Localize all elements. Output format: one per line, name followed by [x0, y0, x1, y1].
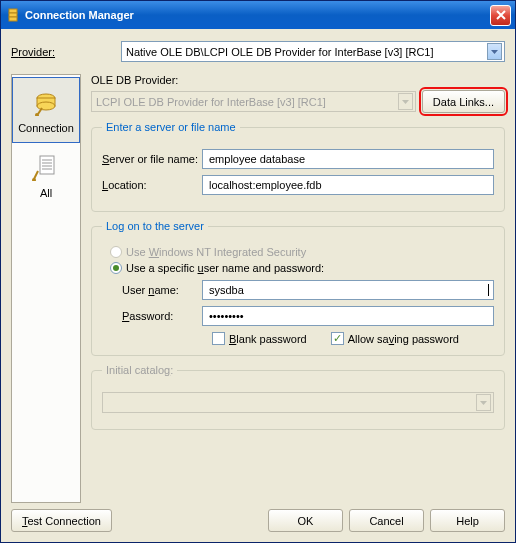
connection-icon	[30, 86, 62, 118]
specific-user-radio[interactable]: Use a specific user name and password:	[110, 262, 494, 274]
ok-button[interactable]: OK	[268, 509, 343, 532]
username-input[interactable]	[202, 280, 494, 300]
main-area: Connection All OLE DB Provider: LCPI OLE…	[11, 74, 505, 503]
side-tabs: Connection All	[11, 74, 81, 503]
server-filename-input[interactable]	[202, 149, 494, 169]
content-area: Provider: Native OLE DB\LCPI OLE DB Prov…	[1, 29, 515, 542]
ole-provider-label: OLE DB Provider:	[91, 74, 505, 86]
help-button[interactable]: Help	[430, 509, 505, 532]
catalog-fieldset: Initial catalog:	[91, 364, 505, 430]
logon-fieldset: Log on to the server Use Windows NT Inte…	[91, 220, 505, 356]
provider-dropdown[interactable]: Native OLE DB\LCPI OLE DB Provider for I…	[121, 41, 505, 62]
nt-security-label: Use Windows NT Integrated Security	[126, 246, 306, 258]
cancel-button[interactable]: Cancel	[349, 509, 424, 532]
allow-saving-label: Allow saving password	[348, 333, 459, 345]
svg-point-8	[32, 178, 36, 181]
svg-rect-1	[9, 13, 17, 17]
svg-rect-2	[9, 17, 17, 21]
window-title: Connection Manager	[25, 9, 490, 21]
all-icon	[30, 151, 62, 183]
server-filename-label: Server or file name:	[102, 153, 202, 165]
allow-saving-checkbox[interactable]: ✓ Allow saving password	[331, 332, 459, 345]
provider-row: Provider: Native OLE DB\LCPI OLE DB Prov…	[11, 41, 505, 62]
password-label: Password:	[122, 310, 202, 322]
catalog-legend: Initial catalog:	[102, 364, 177, 376]
tab-connection[interactable]: Connection	[12, 77, 80, 143]
tab-connection-label: Connection	[18, 122, 74, 134]
blank-password-label: Blank password	[229, 333, 307, 345]
chevron-down-icon	[398, 93, 413, 110]
ole-provider-value: LCPI OLE DB Provider for InterBase [v3] …	[96, 96, 398, 108]
checkbox-icon	[212, 332, 225, 345]
location-label: Location:	[102, 179, 202, 191]
connection-manager-window: Connection Manager Provider: Native OLE …	[0, 0, 516, 543]
location-input[interactable]	[202, 175, 494, 195]
provider-value: Native OLE DB\LCPI OLE DB Provider for I…	[126, 46, 487, 58]
data-links-button[interactable]: Data Links...	[422, 90, 505, 113]
footer: Test Connection OK Cancel Help	[11, 503, 505, 532]
chevron-down-icon	[476, 394, 491, 411]
tab-all-label: All	[40, 187, 52, 199]
radio-icon	[110, 246, 122, 258]
tab-all[interactable]: All	[12, 143, 80, 207]
svg-rect-7	[40, 156, 54, 174]
close-button[interactable]	[490, 5, 511, 26]
app-icon	[5, 7, 21, 23]
checkbox-icon: ✓	[331, 332, 344, 345]
connection-panel: OLE DB Provider: LCPI OLE DB Provider fo…	[91, 74, 505, 503]
blank-password-checkbox[interactable]: Blank password	[212, 332, 307, 345]
radio-icon	[110, 262, 122, 274]
logon-legend: Log on to the server	[102, 220, 208, 232]
ole-provider-section: OLE DB Provider: LCPI OLE DB Provider fo…	[91, 74, 505, 113]
test-connection-button[interactable]: Test Connection	[11, 509, 112, 532]
chevron-down-icon	[487, 43, 502, 60]
server-legend: Enter a server or file name	[102, 121, 240, 133]
password-input[interactable]	[202, 306, 494, 326]
username-label: User name:	[122, 284, 202, 296]
server-fieldset: Enter a server or file name Server or fi…	[91, 121, 505, 212]
provider-label: Provider:	[11, 46, 121, 58]
specific-user-label: Use a specific user name and password:	[126, 262, 324, 274]
svg-rect-0	[9, 9, 17, 13]
ole-provider-combo: LCPI OLE DB Provider for InterBase [v3] …	[91, 91, 416, 112]
nt-security-radio: Use Windows NT Integrated Security	[110, 246, 494, 258]
catalog-combo	[102, 392, 494, 413]
titlebar: Connection Manager	[1, 1, 515, 29]
svg-point-5	[37, 102, 55, 110]
